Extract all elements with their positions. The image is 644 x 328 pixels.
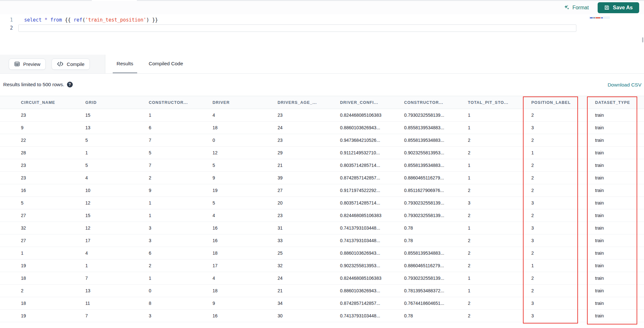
- line-number-gutter: 1 2: [0, 16, 13, 32]
- table-cell: 4: [213, 276, 278, 281]
- format-label: Format: [573, 5, 589, 11]
- table-cell: 1: [85, 263, 149, 268]
- table-cell: 0.8860103626943...: [340, 251, 404, 256]
- table-row: 913618240.8860103626943...0.855813953488…: [0, 122, 644, 134]
- table-cell: 0.8742857142857...: [340, 301, 404, 306]
- table-cell: 0.9112149532710...: [340, 150, 404, 155]
- table-cell: 0.8860103626943...: [340, 288, 404, 293]
- table-cell: train: [595, 238, 644, 243]
- table-cell: 0.7930232558139...: [404, 113, 468, 118]
- table-row: 23575210.8035714285714...0.8558139534883…: [0, 159, 644, 172]
- help-icon[interactable]: ?: [67, 82, 73, 87]
- table-cell: 3: [149, 313, 213, 318]
- table-cell: train: [595, 276, 644, 281]
- tab-results[interactable]: Results: [113, 55, 137, 73]
- table-cell: 27: [21, 213, 85, 218]
- table-cell: 2: [531, 288, 595, 293]
- table-cell: 2: [468, 251, 531, 256]
- table-cell: 16: [213, 313, 278, 318]
- table-cell: 5: [85, 163, 149, 168]
- code-line-1[interactable]: select * from {{ ref('train_test_positio…: [24, 16, 158, 24]
- table-cell: 0.8860465116279...: [404, 175, 468, 180]
- table-cell: 21: [278, 163, 340, 168]
- table-cell: 5: [85, 138, 149, 143]
- table-cell: 5: [213, 163, 278, 168]
- code-token: }}: [152, 17, 158, 23]
- table-cell: 2: [468, 138, 531, 143]
- table-row: 181189340.8742857142857...0.767441860465…: [0, 297, 644, 310]
- table-cell: train: [595, 288, 644, 293]
- code-minimap[interactable]: [589, 16, 610, 19]
- table-cell: 0.8860103626943...: [340, 125, 404, 130]
- table-cell: 21: [278, 288, 340, 293]
- table-cell: train: [595, 313, 644, 318]
- table-cell: train: [595, 301, 644, 306]
- table-cell: 9: [21, 125, 85, 130]
- column-header: CONSTRUCTOR...: [149, 100, 213, 105]
- table-cell: 0: [213, 138, 278, 143]
- column-header: POSITION_LABEL: [531, 100, 595, 105]
- sparkles-icon: [564, 5, 570, 11]
- table-cell: 0.8511627906976...: [404, 188, 468, 193]
- table-cell: 17: [85, 238, 149, 243]
- table-cell: 2: [531, 213, 595, 218]
- table-cell: 31: [278, 225, 340, 231]
- table-cell: 0.8860465116279...: [404, 263, 468, 268]
- compile-button[interactable]: Compile: [52, 59, 90, 70]
- code-token: ref: [74, 17, 82, 23]
- compile-label: Compile: [67, 61, 84, 67]
- table-cell: 3: [531, 200, 595, 205]
- table-cell: 6: [149, 125, 213, 130]
- table-cell: 0.8558139534883...: [404, 163, 468, 168]
- table-cell: 4: [213, 213, 278, 218]
- table-cell: 2: [149, 175, 213, 180]
- table-cell: 6: [149, 251, 213, 256]
- table-cell: 23: [278, 113, 340, 118]
- table-cell: 23: [21, 113, 85, 118]
- code-token: [71, 17, 74, 23]
- line-number: 2: [0, 24, 13, 32]
- table-row: 213018210.8860103626943...0.781395348837…: [0, 285, 644, 297]
- table-cell: 2: [468, 263, 531, 268]
- table-cell: 19: [213, 188, 278, 193]
- table-cell: 0.7413793103448...: [340, 225, 404, 231]
- download-csv-link[interactable]: Download CSV: [608, 82, 641, 88]
- save-as-button[interactable]: Save As: [598, 2, 639, 13]
- table-cell: 19: [21, 313, 85, 318]
- table-cell: 2: [531, 138, 595, 143]
- table-cell: 0.7930232558139...: [404, 200, 468, 205]
- table-cell: 2: [531, 251, 595, 256]
- sql-editor[interactable]: 1 2 select * from {{ ref('train_test_pos…: [0, 14, 644, 55]
- table-cell: 0.824468085106383: [340, 213, 404, 218]
- table-cell: 32: [278, 263, 340, 268]
- format-button[interactable]: Format: [564, 5, 589, 11]
- row-limit-text: Results limited to 500 rows.: [3, 82, 64, 87]
- table-cell: 5: [149, 150, 213, 155]
- table-cell: 2: [531, 163, 595, 168]
- table-cell: train: [595, 225, 644, 231]
- table-cell: 0.8558139534883...: [404, 125, 468, 130]
- table-cell: 0.824468085106383: [340, 113, 404, 118]
- active-line-selection: [18, 24, 576, 32]
- table-cell: 0.8558139534883...: [404, 251, 468, 256]
- table-cell: 11: [85, 301, 149, 306]
- tab-compiled-code[interactable]: Compiled Code: [145, 55, 187, 73]
- table-cell: 18: [21, 301, 85, 306]
- column-header: DATASET_TYPE: [595, 100, 644, 105]
- save-icon: [604, 5, 610, 10]
- table-cell: 20: [278, 200, 340, 205]
- minimap-mark: [593, 17, 595, 18]
- table-cell: 0.824468085106383: [340, 276, 404, 281]
- table-cell: 0.9023255813953...: [340, 263, 404, 268]
- table-cell: 12: [85, 225, 149, 231]
- editor-scrollbar[interactable]: [642, 37, 643, 42]
- table-cell: 1: [531, 263, 595, 268]
- row-limit-note: Results limited to 500 rows. ?: [3, 82, 73, 87]
- table-cell: train: [595, 263, 644, 268]
- code-token: (: [82, 17, 85, 23]
- code-token: [47, 17, 50, 23]
- table-cell: 18: [213, 125, 278, 130]
- table-cell: 16: [213, 238, 278, 243]
- table-cell: 30: [278, 313, 340, 318]
- preview-button[interactable]: Preview: [9, 59, 46, 70]
